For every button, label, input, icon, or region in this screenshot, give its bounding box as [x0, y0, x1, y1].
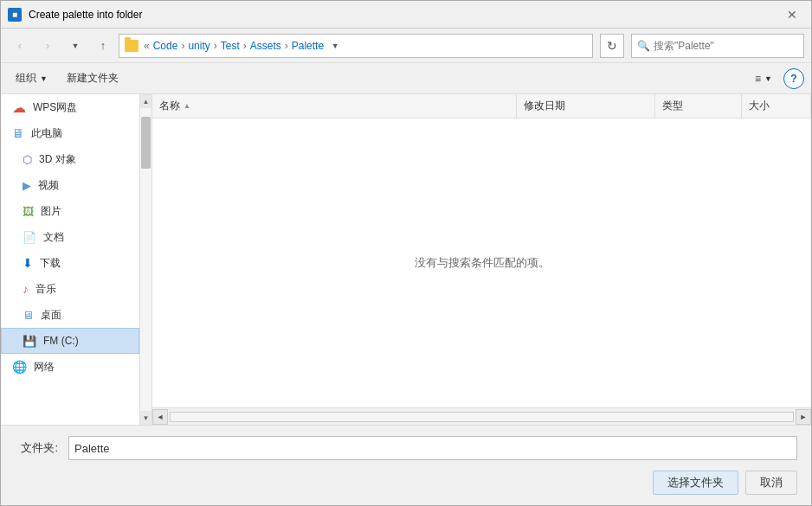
action-toolbar: 组织 ▼ 新建文件夹 ≡ ▼ ?	[1, 63, 811, 94]
cancel-button[interactable]: 取消	[745, 471, 797, 495]
desktop-icon: 🖥	[23, 309, 34, 322]
sidebar-label-computer: 此电脑	[31, 126, 62, 141]
search-icon: 🔍	[637, 40, 650, 52]
drive-icon: 💾	[23, 335, 36, 348]
breadcrumb-dropdown-button[interactable]: ▼	[327, 34, 343, 58]
size-col-label: 大小	[749, 99, 770, 113]
3d-icon: ⬡	[23, 153, 32, 166]
sidebar-item-desktop[interactable]: 🖥 桌面	[1, 302, 139, 328]
sidebar-item-wps[interactable]: ☁ WPS网盘	[1, 94, 139, 120]
computer-icon: 🖥	[12, 126, 24, 140]
sidebar-label-wps: WPS网盘	[33, 100, 77, 115]
breadcrumb-bar: « Code › unity › Test › Assets › Palette…	[119, 34, 593, 58]
nav-toolbar: ‹ › ▼ ↑ « Code › unity › Test › Assets ›…	[1, 29, 811, 63]
search-bar: 🔍	[631, 34, 804, 58]
sidebar-label-download: 下载	[40, 256, 61, 271]
scroll-left-button[interactable]: ◄	[152, 409, 168, 425]
view-dropdown-icon: ▼	[764, 74, 772, 83]
sidebar-scroll-thumb	[141, 117, 151, 169]
organize-dropdown-icon: ▼	[40, 74, 48, 83]
scroll-right-button[interactable]: ►	[796, 409, 811, 425]
sidebar-scrollbar: ▲ ▼	[139, 94, 151, 425]
sidebar-item-picture[interactable]: 🖼 图片	[1, 198, 139, 224]
search-input[interactable]	[654, 40, 798, 52]
breadcrumb-test[interactable]: Test	[221, 40, 240, 52]
file-list-header: 名称 ▲ 修改日期 类型 大小	[152, 94, 811, 118]
empty-message: 没有与搜索条件匹配的项。	[415, 255, 550, 271]
breadcrumb-unity[interactable]: unity	[188, 40, 209, 52]
column-header-date[interactable]: 修改日期	[517, 94, 655, 118]
sidebar-label-3d: 3D 对象	[39, 152, 76, 167]
up-button[interactable]: ↑	[91, 34, 115, 58]
main-content: ☁ WPS网盘 🖥 此电脑 ⬡ 3D 对象 ▶ 视频	[1, 94, 811, 425]
refresh-button[interactable]: ↻	[600, 34, 624, 58]
type-col-label: 类型	[662, 99, 683, 113]
horizontal-scrollbar-area: ◄ ►	[152, 407, 811, 425]
help-button[interactable]: ?	[783, 68, 804, 89]
sidebar-label-video: 视频	[38, 178, 59, 193]
new-folder-label: 新建文件夹	[67, 71, 119, 86]
column-header-type[interactable]: 类型	[655, 94, 742, 118]
breadcrumb-code[interactable]: Code	[153, 40, 178, 52]
dialog-title: Create palette into folder	[29, 9, 780, 21]
sidebar-label-drive: FM (C:)	[43, 335, 79, 347]
sidebar-item-computer[interactable]: 🖥 此电脑	[1, 120, 139, 146]
forward-button[interactable]: ›	[35, 34, 60, 58]
bottom-area: 文件夹: 选择文件夹 取消	[1, 425, 811, 505]
breadcrumb-prefix: «	[144, 40, 150, 52]
sidebar-item-drive[interactable]: 💾 FM (C:)	[1, 328, 139, 354]
sidebar-item-video[interactable]: ▶ 视频	[1, 172, 139, 198]
file-list-body: 没有与搜索条件匹配的项。	[152, 118, 811, 407]
picture-icon: 🖼	[23, 205, 34, 218]
sidebar-scroll-up-button[interactable]: ▲	[140, 94, 151, 108]
sidebar-label-picture: 图片	[41, 204, 61, 219]
back-button[interactable]: ‹	[8, 34, 32, 58]
sidebar-item-doc[interactable]: 📄 文档	[1, 224, 139, 250]
horizontal-scrollbar[interactable]	[170, 412, 794, 422]
close-button[interactable]: ✕	[780, 3, 804, 27]
breadcrumb-assets[interactable]: Assets	[250, 40, 281, 52]
sidebar-label-desktop: 桌面	[41, 308, 61, 323]
video-icon: ▶	[23, 179, 31, 192]
column-header-size[interactable]: 大小	[742, 94, 811, 118]
sort-arrow: ▲	[184, 102, 190, 110]
sidebar-panel: ☁ WPS网盘 🖥 此电脑 ⬡ 3D 对象 ▶ 视频	[1, 94, 152, 425]
breadcrumb-palette[interactable]: Palette	[292, 40, 324, 52]
view-button[interactable]: ≡ ▼	[747, 68, 780, 89]
name-col-label: 名称	[159, 99, 180, 113]
dialog-window: ■ Create palette into folder ✕ ‹ › ▼ ↑ «…	[0, 0, 812, 506]
filename-row: 文件夹:	[15, 436, 797, 460]
folder-icon	[125, 40, 139, 52]
organize-button[interactable]: 组织 ▼	[8, 68, 55, 89]
new-folder-button[interactable]: 新建文件夹	[59, 68, 126, 89]
column-header-name[interactable]: 名称 ▲	[152, 94, 517, 118]
dropdown-button[interactable]: ▼	[63, 34, 87, 58]
sidebar-item-download[interactable]: ⬇ 下载	[1, 250, 139, 276]
wps-icon: ☁	[12, 99, 26, 116]
sidebar-label-network: 网络	[34, 360, 55, 375]
sidebar-item-network[interactable]: 🌐 网络	[1, 354, 139, 380]
date-col-label: 修改日期	[524, 99, 565, 113]
filename-label: 文件夹:	[15, 440, 58, 456]
doc-icon: 📄	[23, 231, 36, 244]
sidebar-scroll-down-button[interactable]: ▼	[140, 411, 151, 425]
music-icon: ♪	[23, 282, 29, 296]
view-icon: ≡	[755, 73, 761, 85]
sidebar-item-3d[interactable]: ⬡ 3D 对象	[1, 146, 139, 172]
sidebar-item-music[interactable]: ♪ 音乐	[1, 276, 139, 302]
sidebar-label-doc: 文档	[43, 230, 64, 245]
select-folder-button[interactable]: 选择文件夹	[653, 471, 738, 495]
sidebar-label-music: 音乐	[35, 282, 56, 297]
app-icon: ■	[8, 8, 22, 22]
sidebar-items: ☁ WPS网盘 🖥 此电脑 ⬡ 3D 对象 ▶ 视频	[1, 94, 139, 425]
button-row: 选择文件夹 取消	[15, 471, 797, 495]
scroll-track	[171, 413, 793, 421]
file-area: 名称 ▲ 修改日期 类型 大小 没有与搜索条件匹配的项。 ◄	[152, 94, 811, 425]
organize-label: 组织	[16, 71, 36, 86]
title-bar: ■ Create palette into folder ✕	[1, 1, 811, 29]
sidebar-scroll-track	[140, 108, 151, 411]
filename-input[interactable]	[68, 436, 797, 460]
download-icon: ⬇	[23, 256, 33, 270]
network-icon: 🌐	[12, 360, 27, 374]
